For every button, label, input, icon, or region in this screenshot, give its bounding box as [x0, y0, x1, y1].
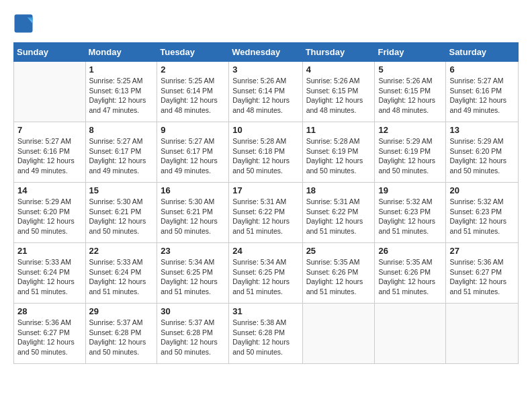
generalblue-icon [13, 13, 34, 34]
day-info: Sunrise: 5:27 AM Sunset: 6:16 PM Dayligh… [449, 76, 515, 116]
day-cell [14, 62, 86, 122]
day-info: Sunrise: 5:25 AM Sunset: 6:14 PM Dayligh… [161, 76, 225, 116]
day-number: 21 [17, 246, 82, 256]
day-info: Sunrise: 5:27 AM Sunset: 6:17 PM Dayligh… [89, 136, 154, 176]
day-cell: 13Sunrise: 5:29 AM Sunset: 6:20 PM Dayli… [446, 122, 519, 183]
day-cell: 10Sunrise: 5:28 AM Sunset: 6:18 PM Dayli… [229, 122, 302, 183]
day-cell: 11Sunrise: 5:28 AM Sunset: 6:19 PM Dayli… [302, 122, 375, 183]
calendar-body: 1Sunrise: 5:25 AM Sunset: 6:13 PM Daylig… [14, 62, 519, 364]
day-info: Sunrise: 5:30 AM Sunset: 6:21 PM Dayligh… [161, 197, 225, 236]
day-cell: 12Sunrise: 5:29 AM Sunset: 6:19 PM Dayli… [375, 122, 446, 183]
day-cell [302, 304, 375, 364]
day-info: Sunrise: 5:25 AM Sunset: 6:13 PM Dayligh… [89, 76, 154, 116]
day-info: Sunrise: 5:35 AM Sunset: 6:26 PM Dayligh… [378, 257, 442, 297]
day-number: 28 [17, 306, 82, 316]
day-info: Sunrise: 5:27 AM Sunset: 6:17 PM Dayligh… [161, 136, 225, 176]
day-info: Sunrise: 5:34 AM Sunset: 6:25 PM Dayligh… [232, 257, 298, 297]
day-cell: 27Sunrise: 5:36 AM Sunset: 6:27 PM Dayli… [446, 243, 519, 304]
svg-rect-0 [15, 15, 33, 33]
day-cell: 14Sunrise: 5:29 AM Sunset: 6:20 PM Dayli… [14, 183, 86, 243]
logo [13, 13, 36, 34]
day-number: 6 [449, 64, 515, 75]
weekday-friday: Friday [375, 43, 446, 62]
week-row-2: 14Sunrise: 5:29 AM Sunset: 6:20 PM Dayli… [14, 183, 519, 243]
day-cell: 4Sunrise: 5:26 AM Sunset: 6:15 PM Daylig… [302, 62, 375, 122]
day-number: 24 [232, 246, 298, 256]
day-number: 8 [89, 125, 154, 135]
weekday-wednesday: Wednesday [229, 43, 302, 62]
day-number: 27 [449, 246, 515, 256]
day-number: 18 [306, 185, 371, 195]
day-number: 25 [306, 246, 371, 256]
day-info: Sunrise: 5:29 AM Sunset: 6:20 PM Dayligh… [449, 136, 515, 176]
day-number: 14 [17, 185, 82, 195]
day-number: 10 [232, 125, 298, 135]
day-number: 1 [89, 64, 154, 75]
day-cell: 20Sunrise: 5:32 AM Sunset: 6:23 PM Dayli… [446, 183, 519, 243]
day-cell: 7Sunrise: 5:27 AM Sunset: 6:16 PM Daylig… [14, 122, 86, 183]
day-number: 9 [161, 125, 225, 135]
week-row-0: 1Sunrise: 5:25 AM Sunset: 6:13 PM Daylig… [14, 62, 519, 122]
day-number: 29 [89, 306, 154, 316]
day-cell: 25Sunrise: 5:35 AM Sunset: 6:26 PM Dayli… [302, 243, 375, 304]
day-number: 11 [306, 125, 371, 135]
day-number: 7 [17, 125, 82, 135]
day-number: 3 [232, 64, 298, 75]
day-cell: 30Sunrise: 5:37 AM Sunset: 6:28 PM Dayli… [157, 304, 229, 364]
day-info: Sunrise: 5:33 AM Sunset: 6:24 PM Dayligh… [17, 257, 82, 297]
day-info: Sunrise: 5:28 AM Sunset: 6:18 PM Dayligh… [232, 136, 298, 176]
day-info: Sunrise: 5:32 AM Sunset: 6:23 PM Dayligh… [378, 197, 442, 236]
week-row-4: 28Sunrise: 5:36 AM Sunset: 6:27 PM Dayli… [14, 304, 519, 364]
day-cell: 16Sunrise: 5:30 AM Sunset: 6:21 PM Dayli… [157, 183, 229, 243]
weekday-thursday: Thursday [302, 43, 375, 62]
day-number: 13 [449, 125, 515, 135]
day-info: Sunrise: 5:26 AM Sunset: 6:15 PM Dayligh… [378, 76, 442, 116]
week-row-1: 7Sunrise: 5:27 AM Sunset: 6:16 PM Daylig… [14, 122, 519, 183]
day-cell: 9Sunrise: 5:27 AM Sunset: 6:17 PM Daylig… [157, 122, 229, 183]
week-row-3: 21Sunrise: 5:33 AM Sunset: 6:24 PM Dayli… [14, 243, 519, 304]
day-cell [375, 304, 446, 364]
day-number: 4 [306, 64, 371, 75]
day-info: Sunrise: 5:29 AM Sunset: 6:20 PM Dayligh… [17, 197, 82, 236]
day-cell: 6Sunrise: 5:27 AM Sunset: 6:16 PM Daylig… [446, 62, 519, 122]
day-cell: 3Sunrise: 5:26 AM Sunset: 6:14 PM Daylig… [229, 62, 302, 122]
day-info: Sunrise: 5:31 AM Sunset: 6:22 PM Dayligh… [306, 197, 371, 236]
day-cell: 22Sunrise: 5:33 AM Sunset: 6:24 PM Dayli… [85, 243, 157, 304]
day-cell: 1Sunrise: 5:25 AM Sunset: 6:13 PM Daylig… [85, 62, 157, 122]
day-cell: 8Sunrise: 5:27 AM Sunset: 6:17 PM Daylig… [85, 122, 157, 183]
day-info: Sunrise: 5:28 AM Sunset: 6:19 PM Dayligh… [306, 136, 371, 176]
day-number: 20 [449, 185, 515, 195]
day-cell: 29Sunrise: 5:37 AM Sunset: 6:28 PM Dayli… [85, 304, 157, 364]
day-cell [446, 304, 519, 364]
weekday-monday: Monday [85, 43, 157, 62]
day-cell: 19Sunrise: 5:32 AM Sunset: 6:23 PM Dayli… [375, 183, 446, 243]
day-info: Sunrise: 5:33 AM Sunset: 6:24 PM Dayligh… [89, 257, 154, 297]
day-info: Sunrise: 5:30 AM Sunset: 6:21 PM Dayligh… [89, 197, 154, 236]
day-number: 2 [161, 64, 225, 75]
day-number: 31 [232, 306, 298, 316]
day-info: Sunrise: 5:26 AM Sunset: 6:15 PM Dayligh… [306, 76, 371, 116]
day-cell: 5Sunrise: 5:26 AM Sunset: 6:15 PM Daylig… [375, 62, 446, 122]
day-info: Sunrise: 5:29 AM Sunset: 6:19 PM Dayligh… [378, 136, 442, 176]
day-number: 23 [161, 246, 225, 256]
day-info: Sunrise: 5:37 AM Sunset: 6:28 PM Dayligh… [89, 318, 154, 357]
day-cell: 26Sunrise: 5:35 AM Sunset: 6:26 PM Dayli… [375, 243, 446, 304]
day-number: 17 [232, 185, 298, 195]
day-info: Sunrise: 5:38 AM Sunset: 6:28 PM Dayligh… [232, 318, 298, 357]
calendar-table: SundayMondayTuesdayWednesdayThursdayFrid… [13, 42, 519, 364]
weekday-tuesday: Tuesday [157, 43, 229, 62]
day-cell: 18Sunrise: 5:31 AM Sunset: 6:22 PM Dayli… [302, 183, 375, 243]
day-number: 26 [378, 246, 442, 256]
weekday-sunday: Sunday [14, 43, 86, 62]
day-number: 12 [378, 125, 442, 135]
day-number: 15 [89, 185, 154, 195]
day-info: Sunrise: 5:31 AM Sunset: 6:22 PM Dayligh… [232, 197, 298, 236]
day-info: Sunrise: 5:32 AM Sunset: 6:23 PM Dayligh… [449, 197, 515, 236]
day-cell: 24Sunrise: 5:34 AM Sunset: 6:25 PM Dayli… [229, 243, 302, 304]
day-number: 30 [161, 306, 225, 316]
day-number: 19 [378, 185, 442, 195]
weekday-saturday: Saturday [446, 43, 519, 62]
day-cell: 31Sunrise: 5:38 AM Sunset: 6:28 PM Dayli… [229, 304, 302, 364]
day-info: Sunrise: 5:35 AM Sunset: 6:26 PM Dayligh… [306, 257, 371, 297]
day-info: Sunrise: 5:37 AM Sunset: 6:28 PM Dayligh… [161, 318, 225, 357]
